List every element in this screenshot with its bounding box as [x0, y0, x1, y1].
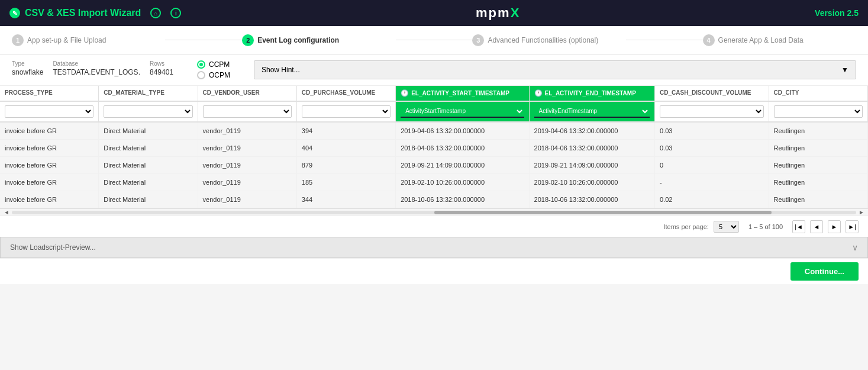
cell-0-0: invoice before GR	[0, 122, 99, 140]
cell-1-5: 2018-04-06 13:32:00.000000	[529, 140, 655, 157]
page-info: 1 – 5 of 100	[748, 223, 783, 230]
col-name-6: CD_CASH_DISCOUNT_VOLUME	[660, 89, 751, 96]
cell-1-2: vendor_0119	[198, 140, 296, 157]
col-select-cell-0: ActivityStartTimestampActivityEndTimesta…	[0, 101, 99, 122]
col-select-7[interactable]: ActivityStartTimestampActivityEndTimesta…	[774, 105, 863, 118]
scrollbar-track[interactable]	[12, 211, 856, 214]
radio-ccpm-label: CCPM	[209, 60, 230, 69]
step-3[interactable]: 3 Advanced Functionalities (optional)	[472, 34, 625, 46]
cell-3-0: invoice before GR	[0, 174, 99, 191]
cell-1-4: 2018-04-06 13:32:00.000000	[396, 140, 529, 157]
col-select-1[interactable]: ActivityStartTimestampActivityEndTimesta…	[104, 105, 192, 118]
cell-3-4: 2019-02-10 10:26:00.000000	[396, 174, 529, 191]
cell-3-6: -	[655, 174, 769, 191]
database-label: Database	[53, 60, 140, 67]
page-size-select[interactable]: 5 10 25 50	[714, 221, 739, 233]
col-header-3: CD_PURCHASE_VOLUME	[296, 86, 395, 101]
loadscript-bar[interactable]: Show Loadscript-Preview... ∨	[0, 237, 868, 258]
type-value: snowflake	[12, 68, 43, 76]
scroll-left-icon[interactable]: ◄	[1, 209, 12, 215]
database-field: Database TESTDATA.EVENT_LOGS.	[53, 60, 140, 76]
col-select-cell-5: ActivityStartTimestampActivityEndTimesta…	[529, 101, 655, 122]
step-4[interactable]: 4 Generate App & Load Data	[703, 34, 856, 46]
cell-3-1: Direct Material	[99, 174, 198, 191]
hint-dropdown[interactable]: Show Hint... ▼	[254, 60, 856, 79]
cell-3-7: Reutlingen	[769, 174, 867, 191]
cell-0-2: vendor_0119	[198, 122, 296, 140]
col-select-4[interactable]: ActivityStartTimestampActivityEndTimesta…	[401, 105, 524, 118]
cell-2-3: 879	[296, 157, 395, 174]
table-scroll[interactable]: PROCESS_TYPECD_MATERIAL_TYPECD_VENDOR_US…	[0, 86, 868, 208]
cell-0-3: 394	[296, 122, 395, 140]
continue-button[interactable]: Continue...	[790, 262, 859, 281]
col-name-4: EL_ACTIVITY_START_TIMESTAMP	[411, 90, 509, 96]
radio-ocpm[interactable]: OCPM	[197, 71, 230, 79]
col-header-0: PROCESS_TYPE	[0, 86, 99, 101]
config-fields: Type snowflake Database TESTDATA.EVENT_L…	[12, 60, 173, 76]
col-name-2: CD_VENDOR_USER	[203, 89, 260, 96]
cell-2-7: Reutlingen	[769, 157, 867, 174]
app-header: ✎ CSV & XES Import Wizard ⌂ i mpmX Versi…	[0, 0, 868, 26]
first-page-button[interactable]: |◄	[792, 220, 805, 233]
col-select-cell-3: ActivityStartTimestampActivityEndTimesta…	[296, 101, 395, 122]
step-3-number: 3	[472, 34, 484, 46]
cell-1-1: Direct Material	[99, 140, 198, 157]
radio-ocpm-label: OCPM	[209, 71, 230, 79]
pagination-bar: Items per page: 5 10 25 50 1 – 5 of 100 …	[0, 215, 868, 237]
col-header-4: 🕐EL_ACTIVITY_START_TIMESTAMP	[396, 86, 529, 101]
scroll-right-icon[interactable]: ►	[856, 209, 867, 215]
radio-group: CCPM OCPM	[197, 60, 230, 79]
cell-2-0: invoice before GR	[0, 157, 99, 174]
radio-ccpm-dot[interactable]	[197, 60, 205, 69]
step-3-label: Advanced Functionalities (optional)	[488, 36, 598, 44]
table-row: invoice before GRDirect Materialvendor_0…	[0, 157, 868, 174]
app-logo: mpmX	[181, 5, 815, 21]
next-page-button[interactable]: ►	[828, 220, 841, 233]
rows-value: 849401	[150, 68, 173, 76]
horizontal-scrollbar[interactable]: ◄ ►	[0, 208, 868, 215]
col-select-5[interactable]: ActivityStartTimestampActivityEndTimesta…	[534, 105, 650, 118]
table-row: invoice before GRDirect Materialvendor_0…	[0, 122, 868, 140]
cell-0-4: 2019-04-06 13:32:00.000000	[396, 122, 529, 140]
cell-4-3: 344	[296, 191, 395, 208]
table-row: invoice before GRDirect Materialvendor_0…	[0, 174, 868, 191]
cell-3-5: 2019-02-10 10:26:00.000000	[529, 174, 655, 191]
col-name-1: CD_MATERIAL_TYPE	[104, 89, 164, 96]
version-label: Version 2.5	[815, 8, 859, 18]
cell-4-0: invoice before GR	[0, 191, 99, 208]
step-2[interactable]: 2 Event Log configuration	[242, 34, 395, 46]
app-title: ✎ CSV & XES Import Wizard ⌂ i	[9, 8, 181, 18]
col-select-0[interactable]: ActivityStartTimestampActivityEndTimesta…	[5, 105, 93, 118]
loadscript-label: Show Loadscript-Preview...	[10, 243, 96, 252]
clock-icon: 🕐	[534, 89, 543, 97]
col-name-7: CD_CITY	[774, 89, 799, 96]
table-row: invoice before GRDirect Materialvendor_0…	[0, 140, 868, 157]
col-select-cell-6: ActivityStartTimestampActivityEndTimesta…	[655, 101, 769, 122]
col-header-1: CD_MATERIAL_TYPE	[99, 86, 198, 101]
col-select-cell-4: ActivityStartTimestampActivityEndTimesta…	[396, 101, 529, 122]
col-select-cell-1: ActivityStartTimestampActivityEndTimesta…	[99, 101, 198, 122]
scrollbar-thumb[interactable]	[434, 211, 772, 214]
cell-2-4: 2019-09-21 14:09:00.000000	[396, 157, 529, 174]
cell-0-1: Direct Material	[99, 122, 198, 140]
radio-ocpm-dot[interactable]	[197, 71, 205, 79]
cell-4-2: vendor_0119	[198, 191, 296, 208]
col-select-3[interactable]: ActivityStartTimestampActivityEndTimesta…	[302, 105, 391, 118]
home-icon[interactable]: ⌂	[150, 8, 161, 18]
radio-ccpm[interactable]: CCPM	[197, 60, 230, 69]
rows-label: Rows	[150, 60, 173, 67]
cell-2-1: Direct Material	[99, 157, 198, 174]
last-page-button[interactable]: ►|	[846, 220, 859, 233]
cell-2-6: 0	[655, 157, 769, 174]
step-1[interactable]: 1 App set-up & File Upload	[12, 34, 165, 46]
database-value: TESTDATA.EVENT_LOGS.	[53, 68, 140, 76]
info-icon[interactable]: i	[170, 8, 181, 18]
type-label: Type	[12, 60, 43, 67]
config-area: Type snowflake Database TESTDATA.EVENT_L…	[0, 54, 868, 86]
prev-page-button[interactable]: ◄	[810, 220, 823, 233]
step-2-label: Event Log configuration	[257, 36, 339, 44]
items-per-page-label: Items per page:	[663, 223, 708, 230]
col-select-2[interactable]: ActivityStartTimestampActivityEndTimesta…	[203, 105, 292, 118]
cell-4-4: 2018-10-06 13:32:00.000000	[396, 191, 529, 208]
col-select-6[interactable]: ActivityStartTimestampActivityEndTimesta…	[660, 105, 764, 118]
